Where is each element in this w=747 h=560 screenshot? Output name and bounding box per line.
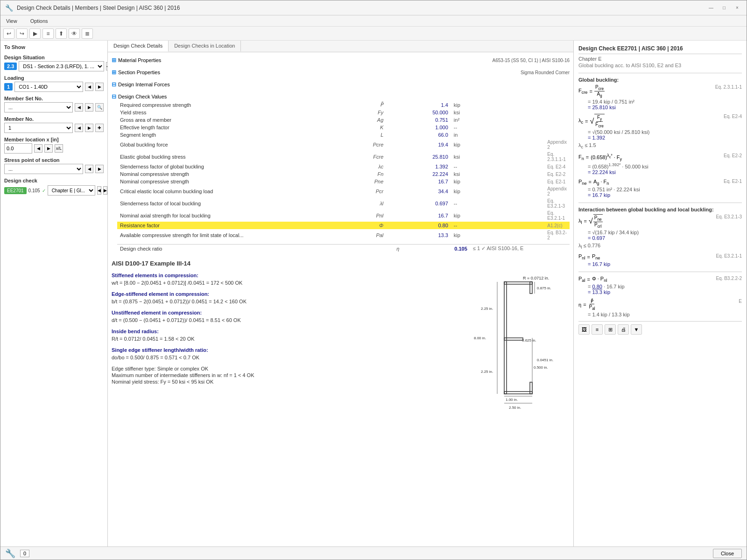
- svg-rect-3: [530, 282, 532, 294]
- bottom-bar: 🔧 0 Close: [0, 546, 747, 560]
- row-ref: Appendix 2: [544, 139, 570, 151]
- row-ref: [544, 116, 570, 124]
- table-row: Nominal compressive strength Pne 16.7 ki…: [117, 178, 570, 185]
- row-value: 16.7: [386, 178, 451, 185]
- svg-text:1.00 in.: 1.00 in.: [506, 398, 518, 402]
- toolbar: ↩ ↪ ▶ ≡ ⬆ 👁 ≣: [0, 27, 747, 41]
- table-row: Slenderness factor of local buckling λl …: [117, 197, 570, 210]
- row-name: Slenderness factor of global buckling: [117, 163, 352, 170]
- stress-next[interactable]: ▶: [95, 165, 104, 173]
- eq-pal: Pal = Φ · Pnl = 0.80 · 16.7 kip = 13.3 k…: [578, 276, 742, 295]
- undo-button[interactable]: ↩: [3, 28, 14, 39]
- row-name: Slenderness factor of local buckling: [117, 197, 352, 210]
- member-dropdown[interactable]: 1: [4, 123, 73, 133]
- lambda-l-sqrt: √ Pne Pcrl: [589, 214, 603, 229]
- row-ref: Eq. E3.2.1-3: [544, 197, 570, 210]
- title-bar: 🔧 Design Check Details | Members | Steel…: [0, 0, 747, 15]
- row-name: Critical elastic local column buckling l…: [117, 185, 352, 197]
- status-icon: 🔧: [5, 548, 15, 559]
- right-tool-print[interactable]: 🖨: [618, 324, 629, 335]
- close-button[interactable]: Close: [713, 549, 742, 558]
- check-next[interactable]: ▶: [103, 186, 107, 195]
- row-symbol: Pcr: [352, 185, 387, 197]
- stress-section-dropdown[interactable]: ...: [4, 164, 83, 174]
- location-rel[interactable]: x/L: [55, 144, 63, 153]
- row-value: 1.4: [386, 101, 451, 109]
- table-button[interactable]: ≣: [82, 28, 93, 39]
- row-symbol: Pne: [352, 178, 387, 185]
- svg-rect-2: [504, 282, 532, 284]
- right-tool-img[interactable]: 🖼: [578, 324, 590, 335]
- check-chapter-dropdown[interactable]: Chapter E | Gl...: [48, 185, 95, 196]
- member-set-prev[interactable]: ◀: [75, 103, 83, 112]
- section-props-header[interactable]: ⊞ Section Properties Sigma Rounded Corne…: [112, 68, 570, 77]
- tab-design-checks-location[interactable]: Design Checks in Location: [169, 41, 241, 52]
- member-prev[interactable]: ◀: [75, 124, 83, 132]
- eq-pnl: Pnl = Pne = 16.7 kip Eq. E3.2.1-1: [578, 253, 742, 267]
- right-tool-dropdown[interactable]: ▼: [631, 324, 642, 335]
- menu-options[interactable]: Options: [28, 17, 51, 25]
- fn-val2: = 22.224 ksi: [588, 169, 724, 175]
- row-symbol: Fy: [352, 109, 387, 116]
- design-situation-dropdown[interactable]: DS1 - Section 2.3 (LRFD), 1. ...: [19, 61, 104, 71]
- list-button[interactable]: ≡: [42, 28, 54, 39]
- row-unit: --: [451, 222, 544, 229]
- location-input[interactable]: [4, 143, 32, 154]
- loading-prev[interactable]: ◀: [85, 83, 93, 91]
- row-name: Yield stress: [117, 109, 352, 116]
- row-symbol: Pcre: [352, 139, 387, 151]
- row-name: Required compressive strength: [117, 101, 352, 109]
- divider-1: [578, 73, 742, 73]
- stress-section-label: Stress point of section: [4, 157, 104, 163]
- design-values-header[interactable]: ⊟ Design Check Values: [112, 92, 570, 101]
- row-symbol: Pnl: [352, 210, 387, 222]
- view-button[interactable]: 👁: [69, 28, 80, 39]
- right-panel-desc: Global buckling acc. to AISI S100, E2 an…: [578, 63, 742, 68]
- fcre-val1: = 19.4 kip / 0.751 in²: [588, 99, 715, 105]
- row-symbol: Ag: [352, 116, 387, 124]
- forces-header[interactable]: ⊟ Design Internal Forces: [112, 80, 570, 89]
- fcre-frac: Pcre Ag: [594, 84, 605, 98]
- svg-rect-4: [504, 338, 523, 340]
- pne-val1: = 0.751 in² · 22.224 ksi: [588, 187, 724, 192]
- row-name: Segment length: [117, 131, 352, 139]
- close-window-button[interactable]: ×: [733, 3, 742, 13]
- row-unit: kip: [451, 229, 544, 241]
- loading-dropdown[interactable]: CO1 - 1.40D: [14, 82, 83, 92]
- location-next[interactable]: ▶: [44, 144, 53, 153]
- check-status-icon: ✓: [42, 188, 46, 193]
- lambda-c-constraint: λc ≤ 1.5: [578, 142, 724, 149]
- row-symbol: Φ: [352, 222, 387, 229]
- minimize-button[interactable]: —: [706, 3, 716, 13]
- row-name: Nominal compressive strength: [117, 170, 352, 178]
- tab-design-check-details[interactable]: Design Check Details: [108, 41, 169, 52]
- stress-prev[interactable]: ◀: [85, 165, 93, 173]
- member-set-filter[interactable]: 🔍: [95, 103, 104, 112]
- member-next[interactable]: ▶: [85, 124, 93, 132]
- loading-next[interactable]: ▶: [95, 83, 104, 91]
- row-symbol: λc: [352, 163, 387, 170]
- eq-fcre: Fcre = Pcre Ag = 19.4 kip / 0.751 in² = …: [578, 84, 742, 110]
- menu-view[interactable]: View: [3, 17, 20, 25]
- check-prev[interactable]: ◀: [97, 186, 101, 195]
- redo-button[interactable]: ↪: [16, 28, 28, 39]
- lambda-l-constraint: λl ≤ 0.776: [578, 243, 716, 250]
- member-set-dropdown[interactable]: ...: [4, 102, 73, 112]
- maximize-button[interactable]: □: [719, 3, 729, 13]
- eq-fn: Fn = (0.658)λc² · Fy = (0.658)1.392² · 5…: [578, 153, 742, 175]
- play-button[interactable]: ▶: [29, 28, 41, 39]
- ratio-value: 0.105: [402, 245, 470, 253]
- location-prev[interactable]: ◀: [34, 144, 42, 153]
- member-pick[interactable]: ✚: [95, 124, 104, 132]
- up-button[interactable]: ⬆: [56, 28, 67, 39]
- right-tool-grid[interactable]: ⊞: [605, 324, 616, 335]
- row-name: Nominal axial strength for local bucklin…: [117, 210, 352, 222]
- right-tool-list[interactable]: ≡: [592, 324, 603, 335]
- member-set-next[interactable]: ▶: [85, 103, 93, 112]
- example-title: AISI D100-17 Example III-14: [112, 260, 570, 267]
- row-value: 0.80: [386, 222, 451, 229]
- eq-lambda-l: λl = √ Pne Pcrl = √(16.7 kip / 34.4 kip): [578, 214, 742, 250]
- cross-section-svg: R = 0.0712 in.: [467, 273, 560, 413]
- section-drawing: R = 0.0712 in.: [467, 273, 570, 413]
- material-props-header[interactable]: ⊞ Material Properties A653-15 (SS 50, CI…: [112, 56, 570, 64]
